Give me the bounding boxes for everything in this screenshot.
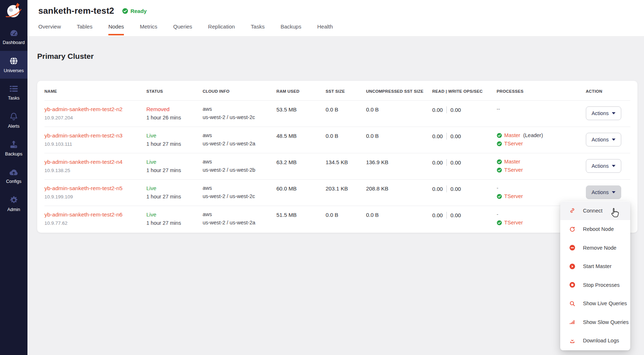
reboot-icon: [569, 226, 575, 232]
cloud-provider: aws: [203, 159, 276, 165]
menu-item-show-live-queries[interactable]: Show Live Queries: [560, 294, 630, 313]
sidebar-item-tasks[interactable]: Tasks: [0, 79, 27, 106]
tserver-process-link[interactable]: TServer: [504, 220, 523, 225]
tserver-process-link[interactable]: TServer: [504, 167, 523, 173]
actions-button-label: Actions: [592, 137, 609, 143]
actions-button[interactable]: Actions: [586, 159, 622, 173]
node-ip: 10.9.77.62: [44, 220, 146, 226]
menu-item-label: Remove Node: [583, 245, 617, 251]
download-icon: [569, 338, 575, 344]
col-header-name: NAME: [44, 89, 146, 93]
ram-used: 60.0 MB: [276, 185, 325, 192]
check-circle-icon: [497, 141, 502, 146]
alerts-bell-icon: [9, 112, 18, 121]
menu-item-start-master[interactable]: Start Master: [560, 257, 630, 276]
tab-backups[interactable]: Backups: [281, 23, 302, 35]
cloud-provider: aws: [203, 211, 276, 217]
actions-button-open[interactable]: Actions: [586, 185, 622, 199]
ops-divider: [446, 185, 447, 192]
menu-item-label: Download Logs: [583, 338, 619, 343]
menu-item-label: Connect: [583, 208, 602, 214]
read-ops: 0.00: [432, 186, 443, 192]
page-title: sanketh-rem-test2: [38, 6, 114, 16]
sidebar-item-backups[interactable]: Backups: [0, 134, 27, 162]
sidebar-item-label: Admin: [7, 207, 20, 212]
menu-item-reboot-node[interactable]: Reboot Node: [560, 220, 630, 239]
remove-node-icon: [569, 245, 575, 251]
sst-size: 0.0 B: [326, 106, 366, 113]
check-circle-icon: [497, 159, 502, 165]
tab-metrics[interactable]: Metrics: [140, 23, 157, 35]
stop-processes-icon: [569, 282, 575, 288]
check-circle-icon: [497, 133, 502, 138]
menu-item-label: Show Live Queries: [583, 301, 627, 306]
node-uptime: 1 hour 27 mins: [146, 141, 203, 147]
uncompressed-sst-size: 0.0 B: [366, 132, 432, 139]
menu-item-stop-processes[interactable]: Stop Processes: [560, 276, 630, 294]
master-process-link[interactable]: Master: [504, 159, 520, 165]
ram-used: 48.5 MB: [276, 132, 325, 139]
actions-button-label: Actions: [592, 189, 609, 195]
menu-item-connect[interactable]: Connect: [560, 201, 630, 220]
tserver-process-link[interactable]: TServer: [504, 193, 523, 199]
menu-item-show-slow-queries[interactable]: Show Slow Queries: [560, 313, 630, 332]
read-ops: 0.00: [432, 159, 443, 166]
node-ip: 10.9.138.25: [44, 168, 146, 173]
universes-globe-icon: [9, 56, 18, 66]
write-ops: 0.00: [450, 212, 461, 218]
node-name-link[interactable]: yb-admin-sanketh-rem-test2-n2: [44, 106, 122, 112]
sidebar-item-dashboard[interactable]: Dashboard: [0, 23, 27, 51]
col-header-action: ACTION: [586, 89, 630, 93]
status-badge: Ready: [122, 8, 147, 14]
menu-item-remove-node[interactable]: Remove Node: [560, 238, 630, 257]
ops-divider: [446, 106, 447, 113]
sidebar-item-alerts[interactable]: Alerts: [0, 106, 27, 134]
read-ops: 0.00: [432, 107, 443, 113]
sidebar-item-configs[interactable]: Configs: [0, 162, 27, 190]
check-circle-icon: [497, 194, 502, 199]
content-area: Primary Cluster NAME STATUS CLOUD INFO R…: [27, 36, 644, 355]
actions-button-label: Actions: [592, 163, 609, 169]
node-name-link[interactable]: yb-admin-sanketh-rem-test2-n3: [44, 132, 122, 139]
menu-item-label: Reboot Node: [583, 226, 614, 232]
node-status: Live: [146, 132, 203, 139]
sidebar-item-universes[interactable]: Universes: [0, 51, 27, 79]
col-header-processes: PROCESSES: [497, 89, 586, 93]
cloud-provider: aws: [203, 132, 276, 138]
tab-queries[interactable]: Queries: [173, 23, 193, 35]
universe-header: sanketh-rem-test2 Ready Overview Tables …: [27, 0, 644, 36]
col-header-ram-used: RAM USED: [276, 89, 325, 93]
node-status: Live: [146, 211, 203, 218]
actions-button[interactable]: Actions: [586, 133, 622, 146]
caret-down-icon: [612, 112, 615, 114]
tab-tables[interactable]: Tables: [77, 23, 92, 35]
menu-item-label: Start Master: [583, 263, 611, 269]
node-ip: 10.9.207.204: [44, 115, 146, 120]
ram-used: 63.2 MB: [276, 159, 325, 165]
actions-button[interactable]: Actions: [586, 106, 622, 120]
node-name-link[interactable]: yb-admin-sanketh-rem-test2-n6: [44, 211, 122, 218]
tab-replication[interactable]: Replication: [208, 23, 235, 35]
read-write-ops: 0.00 0.00: [432, 132, 497, 140]
dashboard-gauge-icon: [9, 29, 19, 38]
node-name-link[interactable]: yb-admin-sanketh-rem-test2-n5: [44, 185, 122, 191]
sidebar-item-label: Alerts: [8, 124, 20, 129]
leader-label: (Leader): [523, 132, 543, 138]
cloud-provider: aws: [203, 106, 276, 112]
write-ops: 0.00: [450, 186, 461, 192]
tab-overview[interactable]: Overview: [38, 23, 61, 35]
node-name-link[interactable]: yb-admin-sanketh-rem-test2-n4: [44, 159, 122, 165]
menu-item-download-logs[interactable]: Download Logs: [560, 332, 630, 350]
table-row: yb-admin-sanketh-rem-test2-n5 10.9.199.1…: [44, 179, 630, 206]
master-process-link[interactable]: Master: [504, 132, 520, 138]
tab-nodes[interactable]: Nodes: [108, 23, 124, 35]
check-circle-icon: [497, 167, 502, 173]
tab-health[interactable]: Health: [317, 23, 333, 35]
configs-cloud-icon: [9, 168, 19, 176]
processes-cell: - TServer: [497, 185, 586, 199]
backups-upload-icon: [9, 140, 18, 149]
tab-tasks[interactable]: Tasks: [251, 23, 264, 35]
sidebar-item-admin[interactable]: Admin: [0, 190, 27, 218]
tserver-process-link[interactable]: TServer: [504, 141, 523, 146]
col-header-read-write-ops: READ | WRITE OPS/SEC: [432, 89, 497, 93]
